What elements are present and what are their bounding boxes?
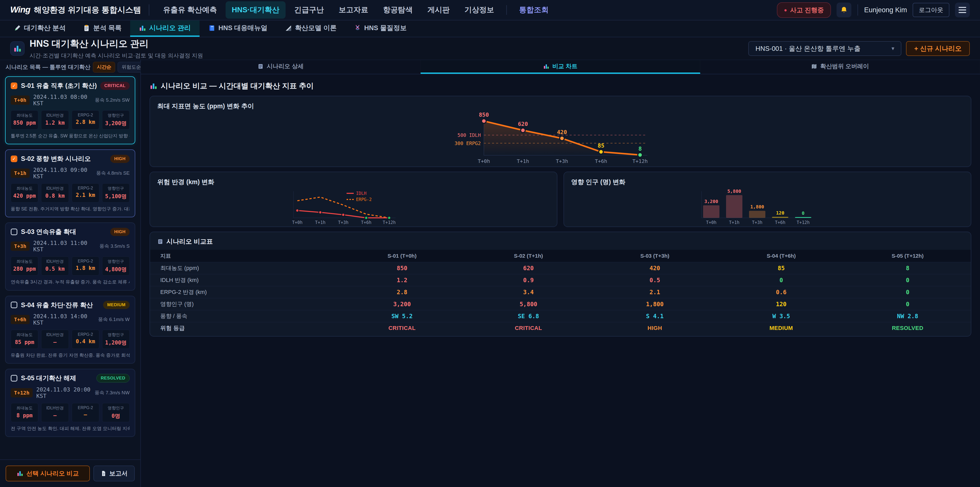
- scenario-wind: 풍속 6.1m/s W: [98, 316, 130, 323]
- metric-label: 영향인구: [103, 406, 129, 411]
- sort-by-time-button[interactable]: 시간순: [93, 62, 115, 72]
- scenario-datetime: 2024.11.03 08:00 KST: [33, 94, 91, 107]
- compare-scenarios-button[interactable]: 선택 시나리오 비교: [6, 466, 90, 481]
- scenario-description: 톨루엔 2.5톤 순간 유출. SW 풍향으로 온산 산업단지 방향 확산. I…: [11, 133, 130, 139]
- incident-select[interactable]: HNS-001 · 울산 온산항 톨루엔 누출 ▾: [748, 41, 901, 56]
- nav-item-보고자료[interactable]: 보고자료: [332, 1, 374, 19]
- metric-label: IDLH반경: [42, 186, 68, 191]
- subnav-item-확산모델 이론[interactable]: 확산모델 이론: [276, 21, 345, 37]
- subnav-item-대기확산 분석[interactable]: 대기확산 분석: [5, 21, 74, 37]
- svg-text:500 IDLH: 500 IDLH: [457, 132, 481, 138]
- metric-value: 85 ppm: [11, 339, 38, 345]
- metric-value: 4,800명: [103, 266, 129, 273]
- notifications-button[interactable]: [837, 3, 851, 18]
- svg-text:5,800: 5,800: [727, 188, 741, 194]
- nav-item-기상정보[interactable]: 기상정보: [458, 1, 500, 19]
- scenario-datetime: 2024.11.03 11:00 KST: [33, 240, 96, 252]
- nav-item-항공탐색[interactable]: 항공탐색: [377, 1, 419, 19]
- scenario-card[interactable]: S-05 대기확산 해제RESOLVEDT+12h2024.11.03 20:0…: [5, 369, 135, 437]
- nav-item-게시판[interactable]: 게시판: [422, 1, 456, 19]
- metric-label: 최대농도: [11, 332, 38, 338]
- metric-tile: 영향인구4,800명: [102, 256, 130, 276]
- nav-item-긴급구난[interactable]: 긴급구난: [288, 1, 330, 19]
- main-tab-시나리오 상세[interactable]: 시나리오 상세: [141, 60, 421, 74]
- new-scenario-button[interactable]: + 신규 시나리오: [906, 41, 970, 56]
- scenario-checkbox[interactable]: [11, 302, 18, 308]
- sidebar-title: 시나리오 목록 — 톨루엔 대기확산: [6, 63, 90, 71]
- table-cell: 0: [845, 286, 971, 298]
- metric-value: 2.1 km: [73, 192, 99, 198]
- scenario-checkbox[interactable]: [11, 228, 18, 235]
- comparison-table: 지표S-01 (T+0h)S-02 (T+1h)S-03 (T+3h)S-04 …: [150, 250, 971, 334]
- metric-value: 0명: [103, 412, 129, 420]
- svg-text:8: 8: [638, 145, 641, 152]
- list-icon: [258, 63, 264, 69]
- radius-panel: 위험 반경 (km) 변화 T+0hT+1hT+3hT+6hT+12hIDLHE…: [150, 172, 557, 227]
- metric-tile: IDLH반경0.5 km: [41, 256, 68, 276]
- table-cell: 0.5: [592, 274, 718, 286]
- metric-label: 영향인구: [103, 186, 129, 191]
- table-row: 영향인구 (명)3,2005,8001,8001200: [150, 298, 971, 310]
- population-bar-chart: 3,200T+0h5,800T+1h1,800T+3h120T+6h0T+12h: [696, 188, 839, 227]
- metric-value: 850 ppm: [11, 120, 38, 126]
- scenario-card[interactable]: S-03 연속유출 확대HIGHT+3h2024.11.03 11:00 KST…: [5, 222, 135, 291]
- metric-label: ERPG-2: [73, 332, 99, 337]
- svg-text:T+1h: T+1h: [729, 220, 740, 225]
- document-icon: [100, 470, 107, 477]
- metric-tile: 영향인구3,200명: [102, 110, 130, 129]
- scenario-card[interactable]: ✓S-02 풍향 변화 시나리오HIGHT+1h2024.11.03 09:00…: [5, 149, 135, 217]
- report-button[interactable]: 보고서: [94, 466, 135, 481]
- svg-text:300 ERPG2: 300 ERPG2: [455, 141, 481, 146]
- sidebar-footer: 선택 시나리오 비교 보고서: [0, 460, 140, 487]
- metric-tile: 최대농도280 ppm: [11, 256, 38, 276]
- small-charts-row: 위험 반경 (km) 변화 T+0hT+1hT+3hT+6hT+12hIDLHE…: [150, 172, 971, 227]
- table-cell: CRITICAL: [465, 322, 592, 334]
- svg-text:420: 420: [557, 129, 567, 135]
- metric-value: 3,200명: [103, 120, 129, 127]
- page-header: HNS 대기확산 시나리오 관리 시간·조건별 대기확산 예측 시나리오 비교·…: [0, 37, 980, 60]
- logout-button[interactable]: 로그아웃: [913, 3, 950, 17]
- subnav-item-HNS 물질정보[interactable]: HNS 물질정보: [345, 21, 415, 37]
- metric-value: 1.8 km: [73, 265, 99, 271]
- table-row: 풍향 / 풍속SW 5.2SE 6.8S 4.1W 3.5NW 2.8: [150, 310, 971, 322]
- metric-label: 영향인구: [103, 113, 129, 118]
- scenario-checkbox[interactable]: [11, 375, 18, 382]
- svg-text:T+12h: T+12h: [632, 158, 648, 164]
- table-cell: HIGH: [592, 322, 718, 334]
- svg-text:0: 0: [802, 211, 805, 216]
- page-title: HNS 대기확산 시나리오 관리: [30, 38, 203, 50]
- subnav-item-HNS 대응매뉴얼[interactable]: HNS 대응매뉴얼: [200, 21, 276, 37]
- scenario-wind: 풍속 7.3m/s NW: [95, 390, 130, 396]
- metric-value: 0.8 km: [42, 193, 68, 199]
- scenario-checkbox[interactable]: ✓: [11, 155, 18, 162]
- main-tab-확산범위 오버레이[interactable]: 확산범위 오버레이: [700, 60, 980, 74]
- scenario-title: S-02 풍향 변화 시나리오: [21, 155, 107, 163]
- menu-button[interactable]: [955, 3, 970, 18]
- metric-label: 최대농도: [11, 186, 38, 191]
- page-subtitle: 시간·조건별 대기확산 예측 시나리오 비교·검토 및 대응 의사결정 지원: [30, 52, 203, 59]
- nav-item-유출유 확산예측[interactable]: 유출유 확산예측: [157, 1, 223, 19]
- table-row-label: 위험 등급: [150, 322, 339, 334]
- scenario-card[interactable]: ✓S-01 유출 직후 (초기 확산)CRITICALT+0h2024.11.0…: [5, 77, 135, 144]
- metric-value: 0.5 km: [42, 266, 68, 272]
- divider: [149, 4, 149, 16]
- subnav-item-분석 목록[interactable]: 분석 목록: [74, 21, 130, 37]
- metric-label: IDLH반경: [42, 113, 68, 118]
- nav-item-HNS·대기확산[interactable]: HNS·대기확산: [226, 1, 286, 19]
- subnav-item-시나리오 관리[interactable]: 시나리오 관리: [130, 21, 199, 37]
- comparison-table-header: 시나리오 비교표: [150, 232, 971, 250]
- incident-status-badge[interactable]: ● 사고 진행중: [777, 2, 831, 18]
- scenario-checkbox[interactable]: ✓: [11, 83, 18, 89]
- svg-text:T+6h: T+6h: [361, 220, 372, 225]
- scenario-title: S-03 연속유출 확대: [21, 228, 107, 236]
- chevron-down-icon: ▾: [891, 45, 894, 52]
- metric-label: IDLH반경: [42, 332, 68, 338]
- nav-item-통합조회[interactable]: 통합조회: [513, 1, 555, 19]
- brand: Wing 해양환경 위기대응 통합시스템: [10, 5, 141, 15]
- scenario-card[interactable]: S-04 유출 차단·잔류 확산MEDIUMT+6h2024.11.03 14:…: [5, 296, 135, 364]
- table-cell: CRITICAL: [339, 322, 465, 334]
- content: 시나리오 목록 — 톨루엔 대기확산 시간순 위험도순 ✓S-01 유출 직후 …: [0, 60, 980, 487]
- main-tab-비교 차트[interactable]: 비교 차트: [421, 60, 700, 74]
- status-badge-label: 사고 진행중: [790, 6, 824, 14]
- metric-label: ERPG-2: [73, 113, 99, 118]
